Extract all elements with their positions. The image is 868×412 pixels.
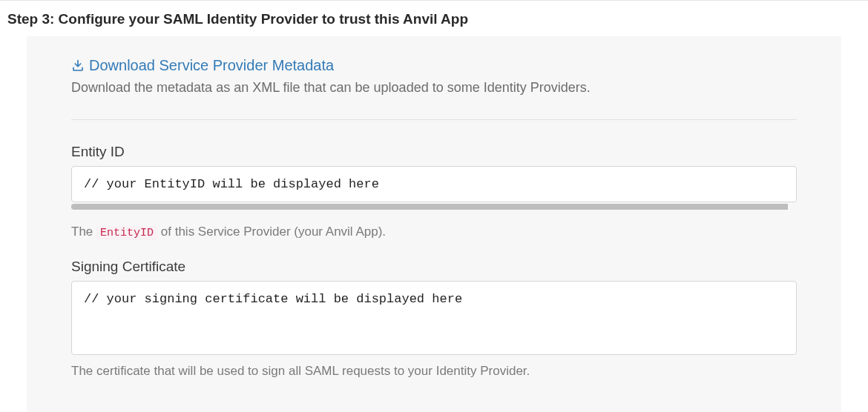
entity-id-help: The EntityID of this Service Provider (y…	[71, 225, 797, 239]
step-title: Step 3: Configure your SAML Identity Pro…	[0, 0, 868, 36]
download-link-text: Download Service Provider Metadata	[89, 57, 334, 74]
download-icon	[71, 59, 85, 73]
entity-id-help-code: EntityID	[96, 226, 157, 240]
download-metadata-link[interactable]: Download Service Provider Metadata	[71, 57, 334, 74]
signing-cert-value[interactable]: // your signing certificate will be disp…	[71, 281, 797, 355]
entity-id-label: Entity ID	[71, 144, 797, 160]
download-description: Download the metadata as an XML file tha…	[71, 80, 797, 96]
section-divider	[71, 119, 797, 120]
signing-cert-label: Signing Certificate	[71, 259, 797, 275]
entity-id-help-prefix: The	[71, 225, 96, 239]
step-container: Step 3: Configure your SAML Identity Pro…	[0, 0, 868, 412]
entity-id-scrollbar[interactable]	[71, 204, 797, 210]
entity-id-value[interactable]: // your EntityID will be displayed here	[71, 166, 797, 202]
entity-id-help-suffix: of this Service Provider (your Anvil App…	[157, 225, 386, 239]
signing-cert-help: The certificate that will be used to sig…	[71, 364, 797, 379]
config-panel: Download Service Provider Metadata Downl…	[27, 36, 841, 412]
